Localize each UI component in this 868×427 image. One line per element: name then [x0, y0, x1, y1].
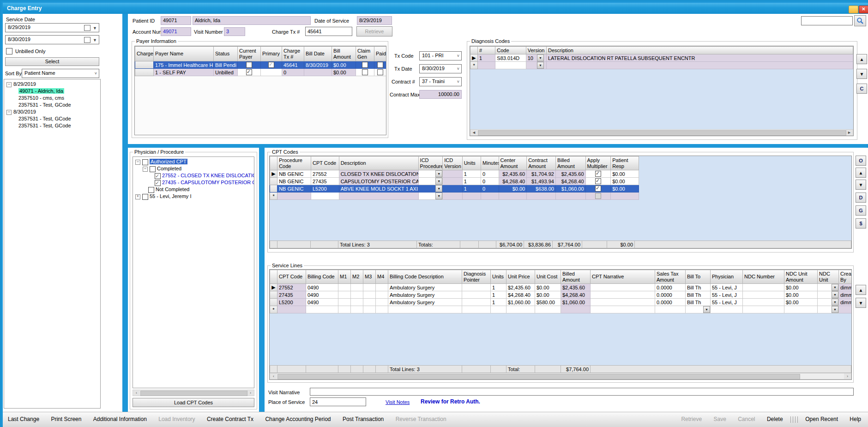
service-date-to-picker[interactable]: 8/30/2019 ▼	[5, 35, 99, 44]
collapse-icon[interactable]: −	[135, 160, 140, 165]
collapse-icon[interactable]: −	[6, 110, 12, 115]
cpt-o-button[interactable]: O	[856, 156, 866, 166]
tree-node-patient[interactable]: 2357531 - Test, GCode	[6, 102, 100, 108]
tree-node-cpt[interactable]: 27435 - CAPSULOTOMY POSTERIOR CAP	[134, 179, 254, 186]
scroll-right-icon[interactable]: ›	[247, 390, 254, 396]
current-payer-checkbox[interactable]	[246, 69, 252, 75]
diagnosis-move-up-button[interactable]: ▲	[856, 54, 867, 64]
contract-select[interactable]: 37 - Traini˅	[419, 77, 462, 86]
diagnosis-move-down-button[interactable]: ▼	[856, 69, 867, 79]
retrieve-button[interactable]: Retrieve	[356, 26, 392, 36]
table-row-new[interactable]: * ▼ ▼	[270, 306, 852, 313]
tree-node-cpt[interactable]: 27552 - CLOSED TX KNEE DISLOCATION W	[134, 172, 254, 179]
collapse-icon[interactable]: −	[6, 82, 12, 87]
search-input[interactable]	[801, 16, 853, 25]
tree-node-completed[interactable]: −Completed	[134, 165, 254, 172]
dropdown-icon[interactable]: ▼	[435, 178, 442, 185]
tree-node-patient[interactable]: 2357531 - Test, GCode	[6, 122, 100, 129]
post-transaction-button[interactable]: Post Transaction	[338, 412, 389, 427]
cpt-move-down-button[interactable]: ▼	[856, 180, 866, 190]
apply-multiplier-checkbox[interactable]	[595, 186, 601, 192]
table-row-new[interactable]: *	[470, 62, 853, 69]
visit-notes-link[interactable]: Visit Notes	[386, 399, 410, 405]
cpt-g-button[interactable]: G	[856, 205, 866, 216]
paid-checkbox[interactable]	[377, 62, 383, 68]
diagnosis-c-button[interactable]: C	[856, 84, 867, 94]
procedure-hscrollbar[interactable]: ‹ ›	[133, 390, 254, 396]
tx-date-select[interactable]: 8/30/2019˅	[419, 64, 462, 73]
tree-node-patient[interactable]: 2357510 - cms, cms	[6, 95, 100, 102]
table-row[interactable]: 175 - Immel Healthcare H Bill Pendi 4564…	[135, 61, 386, 69]
scroll-left-icon[interactable]: ‹	[270, 373, 277, 379]
close-button[interactable]: ✕	[859, 6, 868, 13]
service-move-up-button[interactable]: ▲	[856, 285, 866, 295]
checkbox[interactable]	[142, 194, 148, 200]
current-payer-checkbox[interactable]	[246, 62, 252, 68]
unbilled-only-checkbox[interactable]	[6, 48, 12, 54]
table-row[interactable]: ▶ NB GENIC 27552 CLOSED TX KNEE DISLOCAT…	[270, 170, 639, 178]
table-row[interactable]: L5200 0490 Ambulatory Surgery 1 $1,060.0…	[270, 299, 852, 306]
dropdown-icon[interactable]: ▼	[703, 306, 710, 313]
table-row[interactable]: ▶ 1 S83.014D 10 LATERAL DISLOCATION RT P…	[470, 54, 853, 62]
checkbox[interactable]	[150, 166, 156, 172]
dropdown-icon[interactable]: ▼	[435, 170, 442, 177]
table-row[interactable]: 27435 0490 Ambulatory Surgery 1 $4,268.4…	[270, 291, 852, 299]
tree-node-physician[interactable]: +55 - Levi, Jeremy I	[134, 193, 254, 200]
additional-information-button[interactable]: Additional Information	[88, 412, 152, 427]
scroll-left-icon[interactable]: ◄	[470, 130, 477, 135]
table-row[interactable]: NB GENIC L5200 ABVE KNEE MOLD SOCKT 1 AX…	[270, 185, 639, 192]
diagnosis-hscrollbar[interactable]: ◄ ►	[470, 129, 853, 136]
collapse-icon[interactable]: −	[143, 167, 148, 172]
sort-by-select[interactable]: Patient Name ˅	[22, 69, 99, 78]
load-cpt-codes-button[interactable]: Load CPT Codes	[133, 398, 254, 407]
cpt-dollar-button[interactable]: $	[856, 218, 866, 229]
service-date-from-picker[interactable]: 8/29/2019 ▼	[5, 23, 99, 32]
primary-checkbox[interactable]	[268, 62, 274, 68]
tx-code-select[interactable]: 101 - PRI˅	[419, 51, 462, 60]
cpt-move-up-button[interactable]: ▲	[856, 168, 866, 178]
delete-button[interactable]: Delete	[762, 412, 788, 427]
visit-narrative-input[interactable]	[310, 388, 854, 396]
code-dropdown-icon[interactable]: ▼	[537, 54, 544, 61]
tree-node-not-completed[interactable]: Not Completed	[134, 186, 254, 193]
claim-gen-checkbox[interactable]	[362, 69, 368, 75]
apply-multiplier-checkbox[interactable]	[595, 171, 601, 177]
scroll-right-icon[interactable]: ›	[844, 373, 851, 379]
print-screen-button[interactable]: Print Screen	[46, 412, 86, 427]
paid-checkbox[interactable]	[377, 69, 383, 75]
table-row[interactable]: 1 - SELF PAY Unbilled 0 $0.00	[135, 69, 386, 76]
tree-node-date[interactable]: −8/29/2019	[6, 81, 100, 88]
place-of-service-input[interactable]	[310, 397, 366, 406]
help-button[interactable]: Help	[844, 412, 866, 427]
checkbox[interactable]	[155, 173, 161, 179]
scroll-left-icon[interactable]: ‹	[133, 390, 140, 396]
dropdown-icon[interactable]: ▼	[832, 306, 838, 313]
checkbox[interactable]	[142, 159, 148, 165]
charge-tx-input[interactable]	[305, 27, 352, 36]
service-move-down-button[interactable]: ▼	[856, 298, 866, 308]
table-row[interactable]: NB GENIC 27435 CAPSULOTOMY POSTERIOR CAP…	[270, 178, 639, 185]
search-button[interactable]	[854, 15, 866, 26]
dropdown-icon[interactable]: ▼	[832, 291, 838, 298]
dropdown-icon[interactable]: ▼	[832, 299, 838, 306]
tree-node-authorized-cpt[interactable]: −Authorized CPT	[134, 158, 254, 165]
tree-node-patient[interactable]: 49071 - Aldrich, Ida	[6, 88, 100, 95]
checkbox[interactable]	[148, 187, 154, 193]
scroll-right-icon[interactable]: ►	[846, 130, 853, 135]
service-hscrollbar[interactable]: ‹ ›	[270, 373, 851, 379]
apply-multiplier-checkbox[interactable]	[595, 178, 601, 184]
tree-node-date[interactable]: −8/30/2019	[6, 108, 100, 115]
select-button[interactable]: Select	[5, 57, 99, 66]
last-change-button[interactable]: Last Change	[3, 412, 44, 427]
dropdown-icon[interactable]: ▼	[832, 284, 838, 291]
checkbox[interactable]	[155, 180, 161, 186]
code-dropdown-icon[interactable]: ▼	[537, 62, 544, 69]
open-recent-button[interactable]: Open Recent	[800, 412, 843, 427]
create-contract-tx-button[interactable]: Create Contract Tx	[202, 412, 259, 427]
dropdown-icon[interactable]: ▼	[435, 192, 442, 199]
table-row-new[interactable]: * ▼	[270, 192, 639, 200]
minimize-button[interactable]	[849, 6, 858, 13]
dropdown-icon[interactable]: ▼	[435, 185, 442, 192]
change-accounting-period-button[interactable]: Change Accounting Period	[260, 412, 336, 427]
expand-icon[interactable]: +	[135, 194, 140, 199]
